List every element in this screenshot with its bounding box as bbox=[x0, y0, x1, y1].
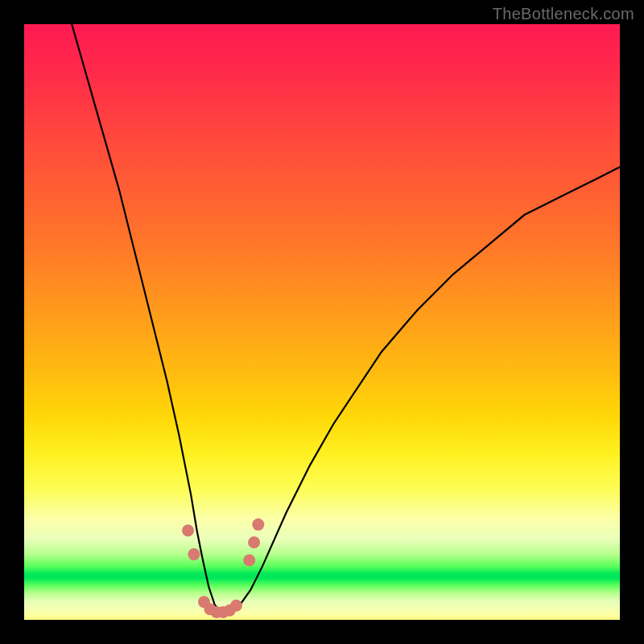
chart-frame: TheBottleneck.com bbox=[0, 0, 644, 644]
watermark-text: TheBottleneck.com bbox=[493, 5, 634, 23]
plot-area bbox=[24, 24, 620, 620]
